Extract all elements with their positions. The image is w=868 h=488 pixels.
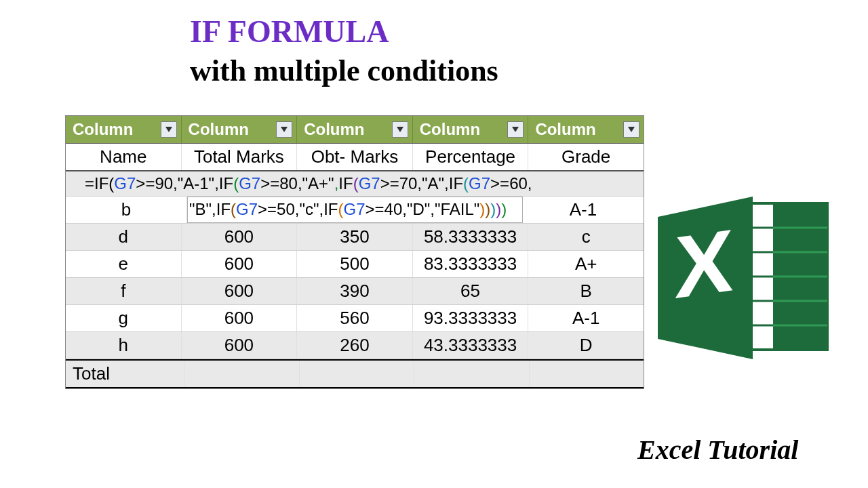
formula-overlay-line2[interactable]: "B",IF(G7>=50,"c",IF(G7>=40,"D","FAIL"))… bbox=[187, 197, 523, 223]
cell-grade-b[interactable]: A-1 bbox=[523, 197, 644, 223]
total-empty bbox=[530, 361, 644, 387]
filter-header-row: Column Column Column Column Column bbox=[66, 116, 644, 144]
cell-obt[interactable]: 500 bbox=[297, 251, 413, 277]
cell-total[interactable]: 600 bbox=[182, 278, 298, 304]
filter-header-cell[interactable]: Column bbox=[66, 116, 182, 143]
filter-header-label: Column bbox=[535, 120, 595, 139]
column-header-grade: Grade bbox=[528, 144, 644, 170]
filter-dropdown-icon[interactable] bbox=[623, 121, 639, 138]
cell-grade[interactable]: D bbox=[528, 332, 644, 359]
svg-marker-3 bbox=[512, 127, 519, 132]
filter-header-cell[interactable]: Column bbox=[182, 116, 298, 143]
formula-overlay-line2-row: b "B",IF(G7>=50,"c",IF(G7>=40,"D","FAIL"… bbox=[66, 197, 644, 224]
svg-marker-4 bbox=[628, 127, 635, 132]
filter-dropdown-icon[interactable] bbox=[392, 121, 408, 138]
cell-pct[interactable]: 83.3333333 bbox=[413, 251, 529, 277]
filter-header-label: Column bbox=[304, 120, 364, 139]
column-header-pct: Percentage bbox=[413, 144, 529, 170]
cell-pct[interactable]: 93.3333333 bbox=[413, 305, 529, 331]
total-empty bbox=[414, 361, 529, 387]
cell-name[interactable]: g bbox=[66, 305, 182, 331]
table-row: e60050083.3333333A+ bbox=[66, 251, 644, 278]
cell-name[interactable]: e bbox=[66, 251, 182, 277]
sub-header-row: Name Total Marks Obt- Marks Percentage G… bbox=[66, 144, 644, 171]
filter-header-cell[interactable]: Column bbox=[528, 116, 644, 143]
title-block: IF FORMULA with multiple conditions bbox=[190, 14, 746, 88]
cell-name[interactable]: f bbox=[66, 278, 182, 304]
table-row: d60035058.3333333c bbox=[66, 224, 644, 251]
filter-dropdown-icon[interactable] bbox=[276, 121, 292, 138]
excel-logo-icon: X bbox=[651, 190, 834, 366]
filter-header-cell[interactable]: Column bbox=[413, 116, 529, 143]
filter-header-label: Column bbox=[420, 120, 480, 139]
total-empty bbox=[184, 361, 299, 387]
total-empty bbox=[300, 361, 414, 387]
cell-obt[interactable]: 260 bbox=[297, 332, 413, 359]
cell-grade[interactable]: A-1 bbox=[528, 305, 644, 331]
filter-header-label: Column bbox=[73, 120, 133, 139]
cell-obt[interactable]: 350 bbox=[297, 224, 413, 250]
cell-total[interactable]: 600 bbox=[182, 251, 298, 277]
svg-marker-1 bbox=[281, 127, 288, 132]
table-row: h60026043.3333333D bbox=[66, 332, 644, 359]
cell-name[interactable]: h bbox=[66, 332, 182, 359]
total-label: Total bbox=[66, 361, 184, 387]
title-line2: with multiple conditions bbox=[190, 54, 746, 88]
column-header-total: Total Marks bbox=[182, 144, 298, 170]
filter-header-label: Column bbox=[189, 120, 249, 139]
cell-total[interactable]: 600 bbox=[182, 224, 298, 250]
cell-grade[interactable]: A+ bbox=[528, 251, 644, 277]
footer-label: Excel Tutorial bbox=[637, 434, 798, 466]
cell-name-b[interactable]: b bbox=[66, 197, 187, 223]
cell-grade[interactable]: c bbox=[528, 224, 644, 250]
svg-marker-0 bbox=[165, 127, 172, 132]
svg-text:X: X bbox=[675, 211, 734, 317]
total-row: Total bbox=[66, 359, 644, 388]
filter-dropdown-icon[interactable] bbox=[161, 121, 177, 138]
column-header-name: Name bbox=[66, 144, 182, 170]
svg-marker-2 bbox=[397, 127, 403, 132]
cell-total[interactable]: 600 bbox=[182, 332, 298, 359]
cell-obt[interactable]: 390 bbox=[297, 278, 413, 304]
excel-table: Column Column Column Column Column bbox=[65, 115, 644, 389]
filter-dropdown-icon[interactable] bbox=[507, 121, 524, 138]
cell-pct[interactable]: 58.3333333 bbox=[413, 224, 529, 250]
filter-header-cell[interactable]: Column bbox=[297, 116, 413, 143]
cell-name[interactable]: d bbox=[66, 224, 182, 250]
table-row: g60056093.3333333A-1 bbox=[66, 305, 644, 332]
cell-total[interactable]: 600 bbox=[182, 305, 298, 331]
cell-grade[interactable]: B bbox=[528, 278, 644, 304]
data-rows: d60035058.3333333ce60050083.3333333A+f60… bbox=[66, 224, 644, 359]
formula-overlay-line1: =IF(G7>=90,"A-1",IF(G7>=80,"A+",IF(G7>=7… bbox=[66, 171, 644, 197]
cell-obt[interactable]: 560 bbox=[297, 305, 413, 331]
column-header-obt: Obt- Marks bbox=[297, 144, 413, 170]
cell-pct[interactable]: 43.3333333 bbox=[413, 332, 529, 359]
table-row: f60039065B bbox=[66, 278, 644, 305]
cell-pct[interactable]: 65 bbox=[413, 278, 529, 304]
title-line1: IF FORMULA bbox=[190, 14, 746, 49]
